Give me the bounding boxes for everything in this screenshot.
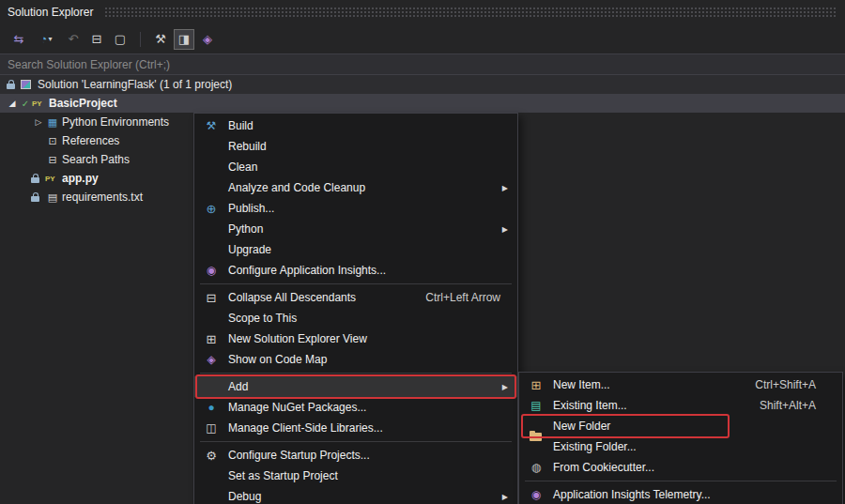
menu-item-label: Existing Folder... (553, 440, 637, 453)
menu-item-clean[interactable]: Clean (194, 157, 517, 177)
submenu-arrow-icon: ▶ (502, 184, 508, 192)
menu-item-manage-nuget-packages[interactable]: Manage NuGet Packages... (194, 397, 517, 418)
code-map-icon: ◈ (203, 32, 212, 46)
menu-item-manage-client-side-libraries[interactable]: Manage Client-Side Libraries... (194, 418, 517, 438)
submenu-item-existing-folder[interactable]: Existing Folder... (519, 436, 842, 457)
titlebar-grip-texture (104, 7, 837, 18)
menu-item-collapse-all-descendants[interactable]: Collapse All Descendants Ctrl+Left Arrow (194, 287, 517, 308)
menu-item-label: Add (228, 380, 248, 393)
menu-item-shortcut: Ctrl+Shift+A (755, 378, 833, 391)
expander-expanded-icon[interactable]: ◢ (6, 99, 19, 108)
client-side-libraries-icon (202, 421, 221, 435)
menu-item-label: Build (228, 119, 254, 132)
existing-item-icon (527, 399, 545, 412)
properties-wrench-icon: ⚒ (155, 32, 166, 46)
menu-item-label: Publish... (228, 202, 274, 215)
sync-with-active-document-button[interactable]: ↶ (63, 29, 84, 50)
pending-changes-filter-button[interactable]: ◔ ▾ (32, 29, 60, 50)
tree-item-label: app.py (62, 172, 99, 185)
solution-label: Solution 'LearningFlask' (1 of 1 project… (38, 78, 232, 91)
submenu-item-from-cookiecutter[interactable]: From Cookiecutter... (519, 457, 842, 478)
menu-item-analyze-and-code-cleanup[interactable]: Analyze and Code Cleanup ▶ (194, 177, 517, 198)
menu-separator (525, 481, 837, 481)
cookiecutter-icon (527, 461, 545, 474)
menu-item-new-solution-explorer-view[interactable]: New Solution Explorer View (194, 328, 517, 349)
menu-item-shortcut: Ctrl+Left Arrow (425, 291, 508, 304)
menu-item-label: New Folder (553, 420, 610, 433)
menu-item-upgrade[interactable]: Upgrade (194, 239, 517, 260)
sync-with-active-document-icon: ↶ (69, 32, 79, 46)
menu-item-label: Python (228, 222, 263, 236)
menu-item-shortcut: Shift+Alt+A (760, 399, 833, 412)
menu-item-label: Configure Application Insights... (228, 264, 386, 277)
menu-item-show-on-code-map[interactable]: Show on Code Map (194, 349, 517, 370)
lock-icon (7, 84, 15, 89)
tree-item-label: Python Environments (62, 115, 169, 129)
panel-toolbar: ⇆ ◔ ▾ ↶ ⊟ ▢ ⚒ ◨ ◈ (0, 24, 845, 53)
gear-icon (202, 449, 221, 463)
menu-item-label: Clean (228, 160, 257, 174)
tree-item-label: requirements.txt (62, 191, 143, 204)
python-environments-icon (45, 116, 60, 129)
menu-item-rebuild[interactable]: Rebuild (194, 136, 517, 157)
menu-item-scope-to-this[interactable]: Scope to This (194, 308, 517, 328)
context-menu: Build Rebuild Clean Analyze and Code Cle… (193, 113, 518, 504)
menu-item-set-as-startup-project[interactable]: Set as Startup Project (194, 466, 517, 486)
tree-item-solution[interactable]: Solution 'LearningFlask' (1 of 1 project… (0, 75, 845, 94)
menu-item-debug[interactable]: Debug ▶ (194, 486, 517, 504)
panel-title: Solution Explorer (8, 6, 93, 19)
menu-item-label: Application Insights Telemetry... (553, 488, 711, 501)
menu-separator (200, 441, 512, 442)
search-paths-icon (45, 154, 60, 166)
submenu-arrow-icon: ▶ (502, 383, 508, 391)
submenu-item-new-folder[interactable]: New Folder (519, 416, 842, 436)
tree-item-label: Search Paths (62, 153, 130, 166)
new-item-icon (527, 378, 545, 392)
toolbar-separator (140, 32, 141, 47)
menu-item-label: Collapse All Descendants (228, 291, 356, 304)
collapse-descendants-icon (202, 291, 221, 305)
solution-icon (21, 80, 31, 89)
collapse-all-button[interactable]: ⊟ (86, 29, 107, 50)
tree-item-basicproject[interactable]: ◢ ✓ PY BasicProject (0, 94, 845, 113)
show-all-files-button[interactable]: ▢ (110, 29, 131, 50)
menu-item-label: Manage Client-Side Libraries... (228, 421, 383, 435)
collapse-all-icon: ⊟ (92, 32, 102, 46)
expander-collapsed-icon[interactable]: ▷ (32, 117, 45, 127)
menu-item-publish[interactable]: Publish... (194, 198, 517, 219)
submenu-arrow-icon: ▶ (502, 493, 508, 501)
menu-item-label: Rebuild (228, 140, 267, 153)
menu-separator (200, 373, 512, 374)
menu-item-label: Existing Item... (553, 399, 627, 412)
search-input[interactable] (0, 58, 845, 71)
new-solution-explorer-view-icon (202, 332, 221, 346)
view-code-map-button[interactable]: ◈ (197, 29, 218, 50)
menu-item-label: Manage NuGet Packages... (228, 401, 366, 414)
menu-item-label: New Item... (553, 378, 610, 391)
show-all-files-icon: ▢ (115, 32, 126, 46)
menu-item-configure-application-insights[interactable]: Configure Application Insights... (194, 260, 517, 281)
submenu-arrow-icon: ▶ (502, 225, 508, 234)
submenu-item-existing-item[interactable]: Existing Item... Shift+Alt+A (519, 395, 842, 416)
menu-item-label: From Cookiecutter... (553, 461, 654, 474)
solution-explorer-panel: Solution Explorer ⇆ ◔ ▾ ↶ ⊟ ▢ ⚒ ◨ ◈ Solu… (0, 0, 845, 504)
submenu-item-new-item[interactable]: New Item... Ctrl+Shift+A (519, 374, 842, 395)
references-icon (45, 135, 60, 147)
menu-item-label: Set as Startup Project (228, 469, 338, 482)
menu-item-label: Upgrade (228, 243, 271, 256)
menu-item-add[interactable]: Add ▶ (194, 376, 517, 397)
menu-item-label: Analyze and Code Cleanup (228, 181, 365, 194)
preview-selected-items-button[interactable]: ◨ (174, 29, 194, 50)
properties-button[interactable]: ⚒ (150, 29, 171, 50)
menu-item-python[interactable]: Python ▶ (194, 219, 517, 239)
menu-item-label: Show on Code Map (228, 353, 327, 366)
application-insights-icon (527, 488, 545, 501)
menu-item-configure-startup-projects[interactable]: Configure Startup Projects... (194, 445, 517, 466)
submenu-item-application-insights-telemetry[interactable]: Application Insights Telemetry... (519, 484, 842, 504)
menu-item-label: Configure Startup Projects... (228, 449, 370, 462)
menu-item-label: New Solution Explorer View (228, 332, 367, 345)
menu-item-build[interactable]: Build (194, 115, 517, 136)
switch-views-button[interactable]: ⇆ (8, 29, 29, 50)
python-project-icon: PY (32, 99, 49, 108)
lock-icon (31, 177, 39, 183)
